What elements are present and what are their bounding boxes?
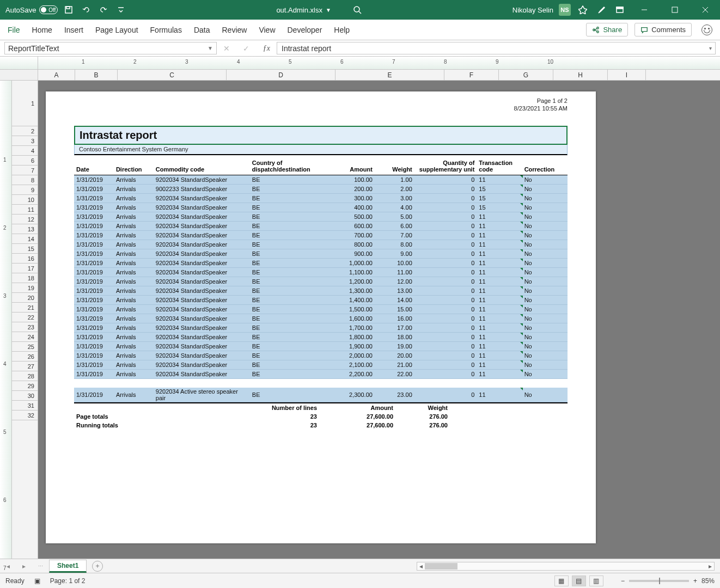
sheet-tab-sheet1[interactable]: Sheet1: [49, 560, 87, 573]
table-row[interactable]: 1/31/2019Arrivals9202034 StandardSpeaker…: [74, 286, 568, 295]
scroll-right-icon[interactable]: ▸: [706, 562, 714, 570]
row-header-4[interactable]: 4: [12, 146, 38, 156]
row-header-2[interactable]: 2: [12, 126, 38, 136]
row-header-24[interactable]: 24: [12, 332, 38, 342]
zoom-out-button[interactable]: −: [621, 577, 625, 585]
row-header-8[interactable]: 8: [12, 175, 38, 185]
fx-icon[interactable]: ƒx: [263, 44, 270, 53]
col-header-G[interactable]: G: [499, 70, 553, 80]
chevron-down-icon[interactable]: ▾: [709, 45, 712, 51]
select-all-corner[interactable]: [0, 70, 38, 80]
tab-developer[interactable]: Developer: [288, 26, 322, 34]
user-name[interactable]: Nikolay Selin: [512, 6, 553, 14]
macro-record-icon[interactable]: ▣: [34, 577, 40, 585]
view-page-layout-icon[interactable]: ▤: [572, 575, 586, 586]
sheet-nav-more-icon[interactable]: ⋯: [38, 564, 43, 569]
scroll-left-icon[interactable]: ◂: [417, 562, 425, 570]
horizontal-scrollbar[interactable]: ◂ ▸: [417, 562, 715, 571]
row-header-11[interactable]: 11: [12, 205, 38, 215]
add-sheet-button[interactable]: ＋: [92, 561, 103, 572]
view-page-break-icon[interactable]: ▥: [589, 575, 603, 586]
cancel-formula-icon[interactable]: ✕: [223, 44, 230, 53]
col-header-A[interactable]: A: [38, 70, 75, 80]
row-header-17[interactable]: 17: [12, 264, 38, 273]
tab-data[interactable]: Data: [194, 26, 210, 34]
enter-formula-icon[interactable]: ✓: [243, 44, 249, 53]
minimize-button[interactable]: [632, 0, 657, 20]
row-header-6[interactable]: 6: [12, 156, 38, 166]
row-header-18[interactable]: 18: [12, 273, 38, 283]
row-header-7[interactable]: 7: [12, 166, 38, 175]
row-header-21[interactable]: 21: [12, 303, 38, 313]
view-normal-icon[interactable]: ▦: [554, 575, 569, 586]
formula-input[interactable]: Intrastat report▾: [277, 42, 716, 54]
table-row[interactable]: 1/31/2019Arrivals9202034 StandardSpeaker…: [74, 295, 568, 304]
col-header-I[interactable]: I: [608, 70, 646, 80]
table-row[interactable]: 1/31/2019Arrivals9202034 StandardSpeaker…: [74, 314, 568, 323]
sheet-nav-last-icon[interactable]: ▸: [22, 562, 26, 570]
chevron-down-icon[interactable]: ▼: [208, 45, 213, 51]
table-row[interactable]: 1/31/2019Arrivals9202034 StandardSpeaker…: [74, 267, 568, 277]
table-row[interactable]: 1/31/2019Arrivals9202034 StandardSpeaker…: [74, 277, 568, 286]
ribbon-display-icon[interactable]: [613, 3, 626, 16]
table-row[interactable]: 1/31/2019Arrivals9202034 StandardSpeaker…: [74, 351, 568, 360]
table-row[interactable]: 1/31/2019Arrivals9202034 StandardSpeaker…: [74, 212, 568, 221]
table-row[interactable]: 1/31/2019Arrivals9202034 StandardSpeaker…: [74, 175, 568, 184]
row-header-15[interactable]: 15: [12, 244, 38, 254]
title-dropdown-icon[interactable]: ▼: [326, 7, 331, 13]
table-row[interactable]: 1/31/2019Arrivals9202034 StandardSpeaker…: [74, 221, 568, 230]
close-button[interactable]: [693, 0, 718, 20]
table-row[interactable]: 1/31/2019Arrivals9202034 Active stereo s…: [74, 388, 568, 402]
sheet-nav-first-icon[interactable]: ◂: [7, 562, 10, 570]
share-button[interactable]: Share: [586, 23, 628, 36]
table-row[interactable]: 1/31/2019Arrivals9202034 StandardSpeaker…: [74, 369, 568, 378]
col-header-F[interactable]: F: [444, 70, 499, 80]
tab-page-layout[interactable]: Page Layout: [95, 26, 138, 34]
row-header-28[interactable]: 28: [12, 371, 38, 381]
tab-formulas[interactable]: Formulas: [150, 26, 182, 34]
table-row[interactable]: 1/31/2019Arrivals9202034 StandardSpeaker…: [74, 203, 568, 212]
col-header-C[interactable]: C: [118, 70, 227, 80]
row-header-19[interactable]: 19: [12, 283, 38, 293]
table-row[interactable]: 1/31/2019Arrivals9202034 StandardSpeaker…: [74, 249, 568, 258]
table-row[interactable]: 1/31/2019Arrivals9002233 StandardSpeaker…: [74, 184, 568, 193]
undo-icon[interactable]: [80, 3, 93, 16]
row-header-13[interactable]: 13: [12, 224, 38, 234]
save-icon[interactable]: [62, 3, 75, 16]
tab-review[interactable]: Review: [222, 26, 247, 34]
row-header-20[interactable]: 20: [12, 293, 38, 303]
autosave-switch[interactable]: Off: [39, 5, 58, 14]
table-row[interactable]: 1/31/2019Arrivals9202034 StandardSpeaker…: [74, 304, 568, 314]
tab-insert[interactable]: Insert: [64, 26, 83, 34]
premium-icon[interactable]: [576, 3, 589, 16]
comments-button[interactable]: Comments: [634, 23, 692, 36]
table-row[interactable]: 1/31/2019Arrivals9202034 StandardSpeaker…: [74, 240, 568, 249]
row-header-1[interactable]: 1: [12, 81, 38, 126]
col-header-H[interactable]: H: [553, 70, 608, 80]
row-header-10[interactable]: 10: [12, 195, 38, 205]
redo-icon[interactable]: [97, 3, 110, 16]
row-header-30[interactable]: 30: [12, 391, 38, 401]
search-icon[interactable]: [351, 3, 364, 16]
row-header-32[interactable]: 32: [12, 411, 38, 420]
brush-icon[interactable]: [595, 3, 608, 16]
autosave-toggle[interactable]: AutoSave Off: [5, 5, 58, 14]
tab-view[interactable]: View: [259, 26, 275, 34]
maximize-button[interactable]: [662, 0, 687, 20]
table-row[interactable]: 1/31/2019Arrivals9202034 StandardSpeaker…: [74, 341, 568, 351]
row-header-27[interactable]: 27: [12, 362, 38, 371]
feedback-icon[interactable]: [701, 24, 712, 35]
name-box[interactable]: ReportTitleText▼: [4, 42, 217, 54]
col-header-D[interactable]: D: [227, 70, 335, 80]
zoom-slider[interactable]: [629, 580, 689, 582]
row-header-26[interactable]: 26: [12, 352, 38, 362]
table-row[interactable]: 1/31/2019Arrivals9202034 StandardSpeaker…: [74, 258, 568, 267]
row-header-23[interactable]: 23: [12, 322, 38, 332]
table-row[interactable]: 1/31/2019Arrivals9202034 StandardSpeaker…: [74, 323, 568, 332]
row-header-9[interactable]: 9: [12, 185, 38, 195]
row-header-16[interactable]: 16: [12, 254, 38, 264]
zoom-in-button[interactable]: +: [693, 577, 697, 585]
table-row[interactable]: 1/31/2019Arrivals9202034 StandardSpeaker…: [74, 360, 568, 369]
row-header-12[interactable]: 12: [12, 215, 38, 224]
row-header-14[interactable]: 14: [12, 234, 38, 244]
